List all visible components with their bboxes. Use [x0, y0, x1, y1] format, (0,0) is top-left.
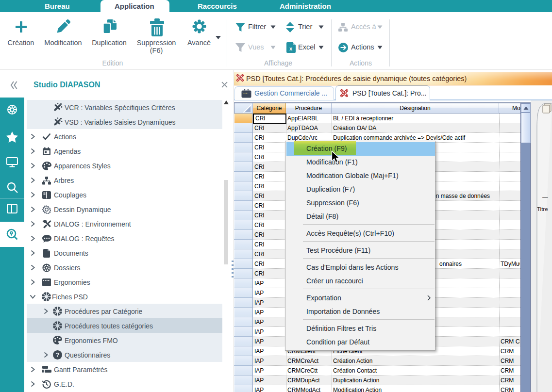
svg-text:?: ? [56, 351, 60, 359]
svg-text:x: x [289, 46, 293, 51]
